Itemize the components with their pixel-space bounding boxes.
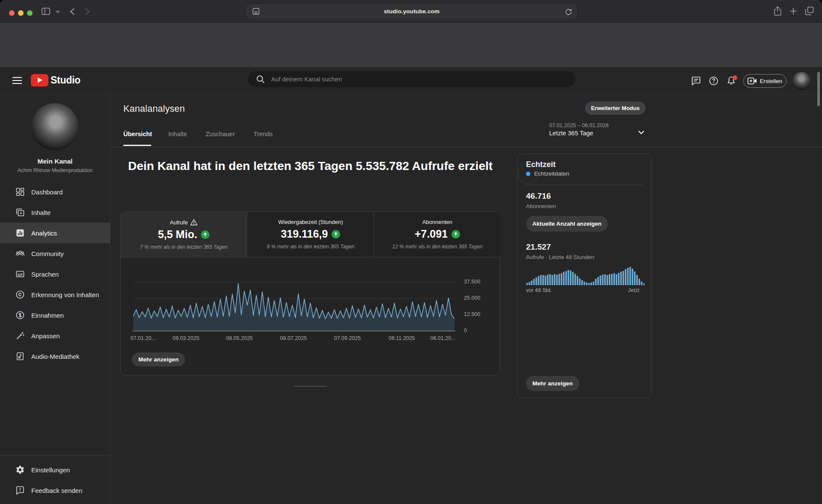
tab-trends[interactable]: Trends [254, 131, 273, 137]
channel-avatar[interactable] [31, 103, 78, 150]
forward-button[interactable] [85, 8, 90, 15]
create-button[interactable]: Erstellen [743, 74, 786, 88]
realtime-bar [586, 283, 588, 285]
realtime-bar [538, 276, 540, 286]
brand-name: Studio [51, 75, 81, 86]
channel-name: Mein Kanal [0, 158, 110, 165]
help-icon[interactable] [708, 76, 719, 86]
realtime-bar [629, 267, 631, 285]
date-chevron-down-icon[interactable] [636, 127, 646, 137]
reader-icon[interactable] [252, 8, 260, 15]
sidebar-item-analytics[interactable]: Analytics [0, 223, 110, 243]
tab-zuschauer[interactable]: Zuschauer [206, 131, 235, 137]
back-button[interactable] [70, 8, 75, 15]
subtitles-icon [15, 269, 25, 279]
community-icon [15, 249, 25, 258]
sidebar-item-audio-mediathek[interactable]: Audio-Mediathek [0, 346, 110, 367]
tabs-divider [111, 147, 822, 147]
chevron-down-icon[interactable] [56, 10, 60, 13]
sidebar-item-inhalte[interactable]: Inhalte [0, 202, 110, 223]
metric-card-wiedergabezeit[interactable]: Wiedergabezeit (Stunden) 319.116,9 9 % m… [248, 212, 374, 257]
youtube-studio-logo[interactable]: Studio [31, 74, 81, 86]
views-line-chart[interactable] [132, 271, 455, 331]
realtime-bar [552, 275, 553, 285]
address-bar[interactable]: studio.youtube.com [247, 5, 577, 18]
browser-background-band [0, 23, 822, 67]
realtime-bar [526, 283, 528, 285]
realtime-bar [593, 281, 595, 285]
sidebar-item-feedback[interactable]: Feedback senden [0, 480, 110, 501]
metric-card-abonnenten[interactable]: Abonnenten +7.091 12 % mehr als in den l… [374, 212, 500, 257]
tab-inhalte[interactable]: Inhalte [168, 131, 187, 137]
realtime-subscribers-value: 46.716 [526, 191, 551, 201]
summary-headline: Dein Kanal hat in den letzten 365 Tagen … [120, 158, 500, 175]
realtime-bar [554, 274, 556, 285]
realtime-bar-chart[interactable] [526, 266, 645, 285]
audio-library-icon [15, 352, 25, 361]
channel-owner: Achim Rhinow Medienproduktion [0, 167, 110, 173]
x-tick-label: 08.07.2025 [280, 335, 307, 341]
realtime-bar [542, 275, 544, 285]
create-video-icon [747, 77, 757, 85]
trend-up-icon [332, 230, 340, 239]
sidebar-footer-divider [0, 455, 110, 456]
realtime-bar [588, 283, 590, 285]
date-range-selector[interactable]: 07.01.2025 – 06.01.2026 Letzte 365 Tage [549, 122, 609, 137]
tab-uebersicht[interactable]: Übersicht [123, 131, 152, 137]
realtime-bar [547, 274, 549, 285]
realtime-bar [643, 283, 645, 285]
realtime-bar [563, 272, 565, 285]
realtime-bar [565, 271, 567, 285]
realtime-bar [613, 273, 615, 285]
realtime-bar [540, 275, 542, 285]
window-close-button[interactable] [9, 10, 15, 16]
sidebar-item-einnahmen[interactable]: Einnahmen [0, 305, 110, 325]
settings-gear-icon [15, 465, 25, 474]
sidebar-item-anpassen[interactable]: Anpassen [0, 325, 110, 346]
realtime-bar [634, 271, 636, 285]
sidebar-item-erkennung[interactable]: Erkennung von Inhalten [0, 284, 110, 305]
realtime-show-more-button[interactable]: Mehr anzeigen [526, 376, 579, 391]
realtime-bar [602, 274, 604, 285]
x-tick-label: 06.11.2025 [389, 335, 415, 341]
new-tab-icon[interactable] [789, 7, 797, 15]
realtime-bar [529, 282, 530, 285]
show-current-count-button[interactable]: Aktuelle Anzahl anzeigen [526, 216, 608, 232]
realtime-divider [526, 185, 643, 185]
channel-search-bar[interactable] [248, 71, 575, 87]
account-avatar[interactable] [792, 72, 810, 90]
comments-icon[interactable] [691, 76, 701, 86]
sidebar-toggle-icon[interactable] [42, 8, 50, 15]
share-icon[interactable] [774, 6, 782, 16]
customize-icon [15, 331, 25, 340]
active-tab-indicator [123, 145, 151, 146]
reload-icon[interactable] [565, 8, 572, 15]
realtime-bar [579, 278, 581, 285]
page-scrollbar-thumb[interactable] [817, 72, 820, 106]
realtime-axis-end: Jetzt [628, 287, 639, 293]
search-icon [256, 75, 265, 84]
realtime-bar [590, 283, 592, 285]
youtube-logo-icon [31, 74, 48, 86]
sidebar-item-sprachen[interactable]: Sprachen [0, 264, 110, 284]
tab-overview-icon[interactable] [805, 6, 814, 15]
advanced-mode-button[interactable]: Erweiterter Modus [585, 101, 646, 115]
sidebar-item-einstellungen[interactable]: Einstellungen [0, 459, 110, 480]
analytics-icon [15, 228, 25, 238]
show-more-button[interactable]: Mehr anzeigen [132, 352, 185, 367]
monetization-icon [15, 310, 25, 320]
warning-icon [190, 219, 197, 226]
url-text: studio.youtube.com [384, 8, 439, 15]
window-minimize-button[interactable] [18, 10, 24, 16]
metric-card-aufrufe[interactable]: Aufrufe 5,5 Mio. 7 % mehr als in den let… [121, 212, 247, 257]
realtime-views-label: Aufrufe · Letzte 48 Stunden [526, 254, 594, 260]
y-tick-label: 25.000 [464, 295, 494, 301]
search-input[interactable] [271, 76, 528, 83]
window-zoom-button[interactable] [27, 10, 33, 16]
y-tick-label: 12.500 [464, 311, 494, 317]
sidebar-divider [110, 95, 111, 504]
sidebar-item-dashboard[interactable]: Dashboard [0, 182, 110, 202]
notification-badge [732, 75, 737, 80]
menu-icon[interactable] [12, 76, 22, 85]
sidebar-item-community[interactable]: Community [0, 243, 110, 264]
